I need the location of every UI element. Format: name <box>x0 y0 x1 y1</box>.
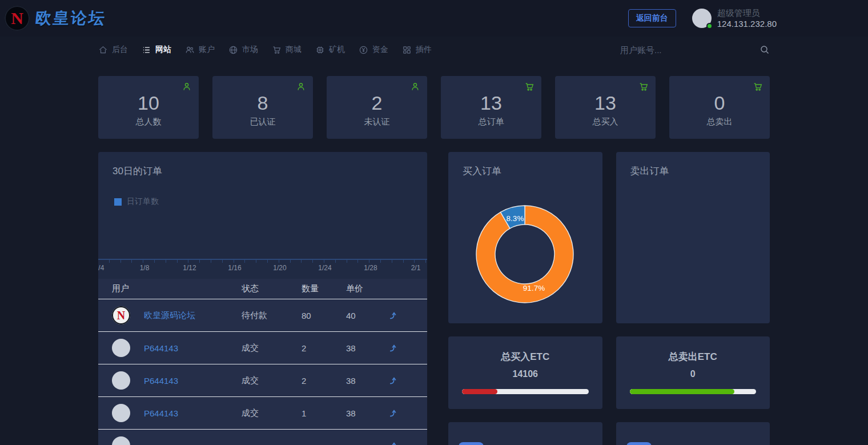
nav-item-plugins[interactable]: 插件 <box>402 45 432 55</box>
yen-icon: ¥ <box>459 442 484 445</box>
order-price: 38 <box>346 408 388 418</box>
order-status: 成交 <box>242 408 302 419</box>
user-link[interactable]: P644143 <box>144 343 178 353</box>
chart-legend: 日订单数 <box>114 197 159 207</box>
search-box <box>620 45 770 55</box>
x-tick-label: 1/20 <box>273 264 286 272</box>
etc-cards-row: 总买入ETC 14106 总卖出ETC 0 <box>448 336 770 409</box>
user-avatar[interactable] <box>692 9 712 28</box>
nav-item-backend[interactable]: 后台 <box>98 45 128 55</box>
cart-icon <box>638 82 649 92</box>
table-row[interactable]: P644143 成交 2 38 <box>98 332 427 364</box>
progress-fill <box>462 389 497 394</box>
x-tick-label: 1/28 <box>364 264 377 272</box>
order-detail-arrow-icon[interactable] <box>388 441 427 445</box>
nav-item-website[interactable]: 网站 <box>142 45 171 55</box>
legend-swatch <box>114 198 122 206</box>
x-tick-label: 1/12 <box>183 264 196 272</box>
table-header: 用户 状态 数量 单价 <box>98 279 427 299</box>
order-qty: 80 <box>302 311 346 320</box>
user-link[interactable]: 欧皇源码论坛 <box>144 310 195 321</box>
progress-bar <box>462 389 589 394</box>
user-link[interactable]: P644143 <box>144 408 178 418</box>
stat-label: 总人数 <box>136 117 162 127</box>
person-icon <box>410 82 420 92</box>
stat-value: 13 <box>594 92 616 114</box>
stat-card-verified: 8 已认证 <box>212 76 313 139</box>
nav-bar: 后台 网站 账户 市场 商城 矿机 资金 插件 <box>98 45 770 55</box>
user-avatar <box>112 404 130 422</box>
order-status: 待付款 <box>242 310 302 321</box>
user-chip[interactable]: 超级管理员 124.131.232.80 <box>692 7 777 30</box>
coin-icon <box>359 45 368 55</box>
person-icon <box>296 82 306 92</box>
plugin-icon <box>402 45 412 55</box>
x-tick-label: 1/24 <box>318 264 331 272</box>
user-avatar: N <box>112 306 130 324</box>
stat-label: 总卖出 <box>707 117 733 127</box>
person-icon <box>182 82 192 92</box>
x-tick-label: 1/4 <box>98 264 104 272</box>
order-detail-arrow-icon[interactable] <box>388 376 427 385</box>
search-icon[interactable] <box>760 45 770 55</box>
order-detail-arrow-icon[interactable] <box>388 343 427 352</box>
stat-card-total-buy: 13 总买入 <box>555 76 656 139</box>
nav-item-mall[interactable]: 商城 <box>272 45 302 55</box>
user-link[interactable]: P644143 <box>144 376 178 386</box>
globe-icon <box>228 45 238 55</box>
table-row[interactable]: N 欧皇源码论坛 待付款 80 40 <box>98 299 427 332</box>
order-detail-arrow-icon[interactable] <box>388 311 427 320</box>
table-row[interactable]: P644143 成交 2 38 <box>98 364 427 397</box>
user-avatar <box>112 371 130 390</box>
stat-card-total-sell: 0 总卖出 <box>669 76 770 139</box>
column-header-status: 状态 <box>242 283 302 294</box>
stat-card-unverified: 2 未认证 <box>327 76 427 139</box>
buy-orders-title: 买入订单 <box>463 165 501 178</box>
table-row[interactable]: P644143 成交 1 38 <box>98 397 427 430</box>
header-right: 返回前台 超级管理员 124.131.232.80 <box>628 7 777 30</box>
money-card-buy: ¥ 30448 ¥ <box>448 422 602 445</box>
table-row[interactable] <box>98 430 427 445</box>
stat-value: 8 <box>258 92 268 114</box>
x-axis-ticks <box>98 260 427 263</box>
total-buy-etc-card: 总买入ETC 14106 <box>448 336 602 409</box>
etc-card-title: 总卖出ETC <box>616 350 770 363</box>
column-header-user: 用户 <box>112 283 242 294</box>
stat-value: 10 <box>138 92 159 114</box>
nav-item-accounts[interactable]: 账户 <box>185 45 215 55</box>
sell-orders-panel: 卖出订单 <box>616 152 770 323</box>
main-content: 10 总人数 8 已认证 2 未认证 13 总订单 13 总买入 0 总卖出 <box>98 76 770 445</box>
total-sell-etc-card: 总卖出ETC 0 <box>616 336 770 409</box>
legend-label: 日订单数 <box>127 197 159 207</box>
order-price: 40 <box>346 311 388 320</box>
users-icon <box>185 45 195 55</box>
logo-wordmark: 欧皇论坛 <box>34 7 107 29</box>
progress-bar <box>630 389 757 394</box>
nav-item-miners[interactable]: 矿机 <box>315 45 345 55</box>
stat-value: 13 <box>480 92 502 114</box>
stat-label: 未认证 <box>364 117 390 127</box>
order-detail-arrow-icon[interactable] <box>388 408 427 418</box>
sell-orders-title: 卖出订单 <box>630 165 669 178</box>
stat-card-total-users: 10 总人数 <box>98 76 199 139</box>
nav-item-market[interactable]: 市场 <box>228 45 258 55</box>
order-qty: 2 <box>302 343 346 353</box>
stat-label: 总订单 <box>479 117 504 127</box>
nav-item-funds[interactable]: 资金 <box>359 45 388 55</box>
order-status: 成交 <box>242 343 302 354</box>
stats-row: 10 总人数 8 已认证 2 未认证 13 总订单 13 总买入 0 总卖出 <box>98 76 770 139</box>
order-panels-row: 买入订单 8.3% 91.7% 卖出订单 <box>448 152 770 323</box>
search-input[interactable] <box>620 45 746 55</box>
etc-card-value: 14106 <box>448 369 602 379</box>
progress-fill <box>630 389 735 394</box>
etc-card-title: 总买入ETC <box>448 350 602 363</box>
back-to-front-button[interactable]: 返回前台 <box>628 9 676 27</box>
logo[interactable]: N 欧皇论坛 <box>5 6 106 31</box>
yen-icon: ¥ <box>626 442 652 445</box>
cart-icon <box>524 82 535 92</box>
list-icon <box>142 45 151 55</box>
chart-title: 30日的订单 <box>112 165 162 178</box>
order-qty: 1 <box>302 408 346 418</box>
logo-icon: N <box>5 6 30 31</box>
nav-label: 后台 <box>112 45 128 55</box>
